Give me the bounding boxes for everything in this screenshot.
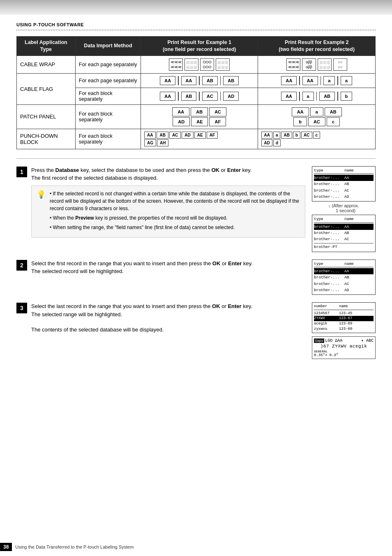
ex2-cable-wrap: ≪≪≪ ≪≪≪ αββ αββ ⬜⬜⬜ (258, 56, 376, 73)
screen2-row-3: brother-... AC (314, 236, 374, 242)
kbd-bottom-row: GENERAL (314, 350, 374, 353)
th-example2: Print Result for Example 2 (two fields p… (258, 37, 376, 56)
comparison-table: Label Application Type Data Import Metho… (16, 36, 376, 149)
import-method-punch: For each block separately (75, 129, 141, 149)
th-label-type: Label Application Type (17, 37, 76, 56)
screen2-bottom-row: brother-PT (314, 243, 374, 250)
note-line-3: • When setting the range, the "field nam… (50, 224, 300, 231)
screen-row-3: brother-... AC (314, 188, 374, 194)
section-divider (16, 158, 376, 159)
table-row: PUNCH-DOWN BLOCK For each block separate… (17, 129, 376, 149)
svg-text:≪≪≪: ≪≪≪ (288, 60, 299, 64)
svg-text:OOO: OOO (203, 60, 212, 64)
screen-row-1: brother-... AA (314, 175, 374, 181)
ns-row-3: acegik 123-89 (314, 321, 374, 327)
ex1-flag-block: AA AB AC AD (141, 88, 258, 104)
step-3-block: 3 Select the last record in the range th… (16, 302, 376, 359)
import-method-flag-block: For each block separately (75, 88, 141, 104)
step-1-screens: type name brother-... AA brother-... AB (312, 166, 376, 252)
step-2-screen: type name brother-... AA brother-... AB (312, 259, 376, 295)
svg-text:○○: ○○ (338, 60, 342, 64)
step-1-content: Press the Database key, select the datab… (31, 166, 376, 252)
svg-text:⬜⬜⬜: ⬜⬜⬜ (319, 65, 330, 69)
screen-row-2: brother-... AB (314, 181, 374, 187)
svg-text:⬜⬜⬜: ⬜⬜⬜ (186, 60, 197, 64)
note-line-1: • If the selected record is not changed … (50, 190, 300, 212)
label-type-patch: PATCH PANEL (17, 104, 76, 129)
steps-section: 1 Press the Database key, select the dat… (16, 166, 376, 359)
ns-row-2: ZYXWV 123-67 (314, 316, 374, 321)
screen-col-header-name: name (344, 168, 356, 173)
ex1-punch: AA AB AC AD AE AF AG AH (141, 129, 258, 149)
th-example1: Print Result for Example 1 (one field pe… (141, 37, 258, 56)
dotted-divider (16, 30, 376, 30)
note-line-2: • When the Preview key is pressed, the p… (50, 214, 300, 222)
s3-row-3: brother-... AC (314, 281, 374, 287)
ex1-flag-page: AA AA AB AB (141, 73, 258, 88)
ex1-patch: AA AB AC AD AE AF (141, 104, 258, 129)
step-1-note: 💡 • If the selected record is not change… (31, 185, 305, 238)
s3-row-1: brother-... AA (314, 268, 374, 274)
svg-text:⬜⬜⬜: ⬜⬜⬜ (217, 65, 228, 69)
kbd-row-1: Caps LGO ΔAA ✦ ABC (314, 338, 374, 343)
screen2-row-1: brother-... AA (314, 224, 374, 230)
s3-row-2: brother-... AB (314, 274, 374, 280)
svg-text:⬜⬜⬜: ⬜⬜⬜ (217, 60, 228, 64)
ex2-punch: AA a AB b AC c AD d (258, 129, 376, 149)
step-2-content: Select the first record in the range tha… (31, 259, 376, 295)
svg-text:≪≪≪: ≪≪≪ (288, 65, 299, 69)
step-2-block: 2 Select the first record in the range t… (16, 259, 376, 295)
section-header: USING P-TOUCH SOFTWARE (16, 22, 376, 27)
svg-text:≪≪≪: ≪≪≪ (171, 60, 182, 64)
step-3-number: 3 (16, 303, 27, 313)
note-text-block: • If the selected record is not changed … (50, 190, 300, 233)
screen-mockup-1: type name brother-... AA brother-... AB (312, 166, 376, 202)
top-bar (0, 0, 392, 15)
page-number: 38 (0, 543, 12, 551)
note-icon: 💡 (37, 191, 46, 233)
svg-text:⬜⬜⬜: ⬜⬜⬜ (186, 65, 197, 69)
keyboard-mockup: Caps LGO ΔAA ✦ ABC )67 ZYXWV acegik GENE… (312, 336, 376, 359)
footer-text: Using the Data Transferred to the P-touc… (15, 544, 134, 549)
svg-text:OOO: OOO (203, 65, 212, 69)
svg-text:○○: ○○ (338, 65, 342, 69)
th-import-method: Data Import Method (75, 37, 141, 56)
label-type-cell-flag: CABLE FLAG (17, 73, 76, 104)
page-footer: 38 Using the Data Transferred to the P-t… (0, 543, 392, 551)
ns-row-4: zyxwvu 123-00 (314, 327, 374, 332)
after-approx-label: ↓ (After approx. 1 second) (328, 203, 359, 213)
num-screen-mockup: number name 1234567 123-45 ZYXWV 123-67 (312, 302, 376, 333)
label-type-punch: PUNCH-DOWN BLOCK (17, 129, 76, 149)
step-1-number: 1 (16, 167, 27, 177)
screen-mockup-3: type name brother-... AA brother-... AB (312, 259, 376, 295)
step-1-text: Press the Database key, select the datab… (31, 166, 305, 182)
svg-text:≪≪≪: ≪≪≪ (171, 65, 182, 69)
step-2-text: Select the first record in the range tha… (31, 259, 305, 276)
step-3-content: Select the last record in the range that… (31, 302, 376, 359)
import-method-flag-page: For each page separately (75, 73, 141, 88)
ex2-flag-page: AA AA a a (258, 73, 376, 88)
kbd-main-row: )67 ZYXWV acegik (314, 344, 374, 349)
table-row: PATCH PANEL For each block separately AA… (17, 104, 376, 129)
svg-text:αββ: αββ (306, 60, 312, 64)
ex1-cable-wrap: ≪≪≪ ≪≪≪ ⬜⬜⬜ ⬜⬜⬜ OOO (141, 56, 258, 73)
import-method-cell: For each page separately (75, 56, 141, 73)
table-row: CABLE FLAG For each page separately AA A… (17, 73, 376, 88)
step-3-screens: number name 1234567 123-45 ZYXWV 123-67 (312, 302, 376, 359)
step-3-extra-text: The contents of the selected database wi… (31, 326, 305, 334)
step-1-block: 1 Press the Database key, select the dat… (16, 166, 376, 252)
ex2-flag-block: AA a AB b (258, 88, 376, 104)
s3-row-4: brother-... AD (314, 287, 374, 293)
screen2-row-2: brother-... AB (314, 230, 374, 236)
screen-row-4: brother-... AD (314, 194, 374, 200)
import-method-patch: For each block separately (75, 104, 141, 129)
step-3-text: Select the last record in the range that… (31, 302, 305, 318)
ex2-patch: AA a AB b AC c (258, 104, 376, 129)
screen-mockup-2: type name brother-... AA brother-... AB (312, 215, 376, 252)
ns-row-1: 1234567 123-45 (314, 311, 374, 316)
table-row: CABLE WRAP For each page separately ≪≪≪ … (17, 56, 376, 73)
step-2-number: 2 (16, 260, 27, 271)
label-type-cell: CABLE WRAP (17, 56, 76, 73)
svg-text:⬜⬜⬜: ⬜⬜⬜ (319, 60, 330, 64)
screen-col-header-type: type (314, 168, 343, 173)
